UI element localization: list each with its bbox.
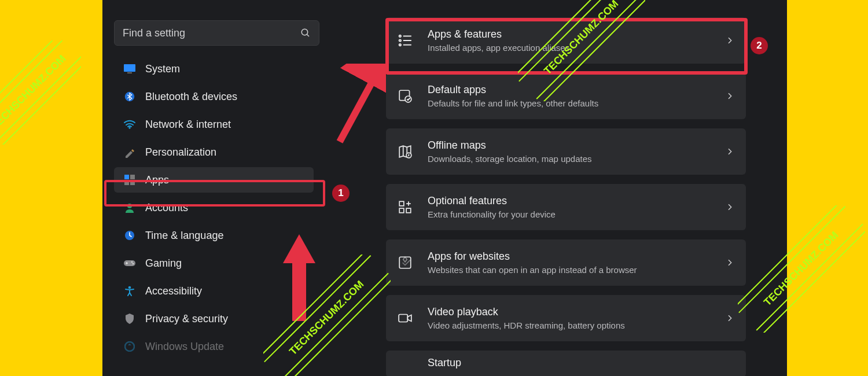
svg-point-17 (399, 35, 401, 37)
svg-line-31 (340, 72, 377, 142)
svg-line-33 (0, 40, 65, 128)
card-title: Video playback (428, 305, 725, 319)
bluetooth-icon (123, 90, 136, 103)
sidebar-item-bluetooth[interactable]: Bluetooth & devices (114, 84, 314, 109)
apps-websites-icon (398, 255, 413, 270)
card-title: Apps & features (428, 28, 725, 41)
svg-point-0 (301, 29, 308, 35)
card-subtitle: Video adjustments, HDR streaming, batter… (428, 320, 725, 331)
svg-rect-6 (124, 175, 129, 179)
chevron-right-icon (725, 36, 734, 45)
svg-point-14 (133, 263, 134, 265)
annotation-arrow-diagonal (328, 64, 386, 150)
sidebar-item-privacy[interactable]: Privacy & security (114, 306, 314, 331)
chevron-right-icon (725, 91, 734, 101)
svg-rect-2 (124, 64, 135, 72)
svg-line-35 (0, 56, 81, 145)
sidebar-item-label: Accessibility (145, 285, 202, 297)
sidebar-item-label: Network & internet (145, 119, 231, 131)
svg-rect-8 (124, 180, 129, 185)
sidebar-item-label: Gaming (145, 257, 182, 270)
settings-window: Find a setting System Bluetooth & device… (102, 0, 787, 376)
personalization-icon (123, 146, 136, 158)
svg-point-13 (131, 261, 133, 263)
apps-icon (123, 174, 136, 186)
search-placeholder: Find a setting (123, 27, 300, 39)
svg-rect-30 (399, 315, 407, 322)
svg-rect-27 (399, 208, 404, 213)
gaming-icon (123, 257, 136, 270)
svg-point-15 (128, 286, 131, 289)
optional-features-icon (398, 200, 413, 215)
sidebar-item-time-language[interactable]: Time & language (114, 223, 314, 248)
search-input[interactable]: Find a setting (114, 20, 319, 46)
svg-point-19 (399, 39, 401, 41)
sidebar-item-label: Windows Update (145, 341, 224, 353)
accounts-icon (123, 201, 136, 214)
svg-rect-7 (130, 175, 135, 179)
svg-point-5 (128, 127, 130, 128)
default-apps-icon (398, 89, 413, 104)
card-subtitle: Extra functionality for your device (428, 209, 725, 220)
system-icon (123, 62, 136, 75)
sidebar-item-label: Personalization (145, 146, 216, 158)
card-title: Optional features (428, 194, 725, 208)
sidebar-item-accounts[interactable]: Accounts (114, 195, 314, 220)
sidebar-item-personalization[interactable]: Personalization (114, 139, 314, 165)
sidebar-item-label: System (145, 63, 180, 75)
card-apps-for-websites[interactable]: Apps for websites Websites that can open… (386, 239, 746, 286)
card-default-apps[interactable]: Default apps Defaults for file and link … (386, 73, 746, 119)
card-title: Startup (428, 356, 734, 370)
card-video-playback[interactable]: Video playback Video adjustments, HDR st… (386, 295, 746, 341)
sidebar: Find a setting System Bluetooth & device… (102, 0, 325, 376)
watermark: TECHSCHUMZ.COM (0, 40, 81, 145)
accessibility-icon (123, 285, 136, 297)
svg-rect-3 (127, 72, 132, 73)
card-subtitle: Websites that can open in an app instead… (428, 264, 725, 276)
svg-text:TECHSCHUMZ.COM: TECHSCHUMZ.COM (0, 53, 68, 131)
clock-icon (123, 229, 136, 242)
svg-rect-28 (406, 208, 411, 213)
svg-rect-26 (399, 201, 404, 206)
annotation-badge-2: 2 (751, 37, 768, 54)
card-title: Apps for websites (428, 250, 725, 263)
sidebar-item-label: Bluetooth & devices (145, 91, 237, 103)
svg-point-16 (125, 342, 134, 351)
chevron-right-icon (725, 314, 734, 323)
sidebar-item-system[interactable]: System (114, 56, 314, 82)
card-subtitle: Installed apps, app execution aliases (428, 42, 725, 54)
svg-point-21 (399, 44, 401, 46)
card-subtitle: Downloads, storage location, map updates (428, 153, 725, 165)
svg-line-32 (0, 40, 60, 123)
sidebar-item-windows-update[interactable]: Windows Update (114, 334, 314, 359)
card-apps-features[interactable]: Apps & features Installed apps, app exec… (386, 17, 746, 64)
sidebar-nav: System Bluetooth & devices Network & int… (114, 56, 314, 359)
annotation-badge-1: 1 (332, 185, 350, 202)
chevron-right-icon (725, 258, 734, 267)
sidebar-item-label: Privacy & security (145, 313, 228, 325)
shield-icon (123, 312, 136, 325)
svg-rect-9 (130, 180, 135, 185)
card-title: Default apps (428, 83, 725, 97)
sidebar-item-label: Accounts (145, 202, 188, 214)
sidebar-item-gaming[interactable]: Gaming (114, 250, 314, 276)
video-icon (398, 311, 413, 326)
card-optional-features[interactable]: Optional features Extra functionality fo… (386, 184, 746, 230)
svg-line-36 (0, 61, 81, 145)
svg-point-10 (127, 204, 132, 208)
card-startup[interactable]: Startup (386, 351, 746, 376)
search-icon (300, 28, 311, 38)
chevron-right-icon (725, 147, 734, 156)
card-offline-maps[interactable]: Offline maps Downloads, storage location… (386, 128, 746, 175)
wifi-icon (123, 118, 136, 131)
sidebar-item-label: Apps (145, 174, 169, 186)
sidebar-item-network[interactable]: Network & internet (114, 112, 314, 137)
sidebar-item-apps[interactable]: Apps (114, 167, 314, 193)
card-subtitle: Defaults for file and link types, other … (428, 98, 725, 109)
sidebar-item-accessibility[interactable]: Accessibility (114, 278, 314, 304)
sidebar-item-label: Time & language (145, 230, 223, 242)
update-icon (123, 340, 136, 353)
chevron-right-icon (725, 202, 734, 212)
map-icon (398, 144, 413, 159)
content-area: Apps & features Installed apps, app exec… (386, 0, 774, 376)
